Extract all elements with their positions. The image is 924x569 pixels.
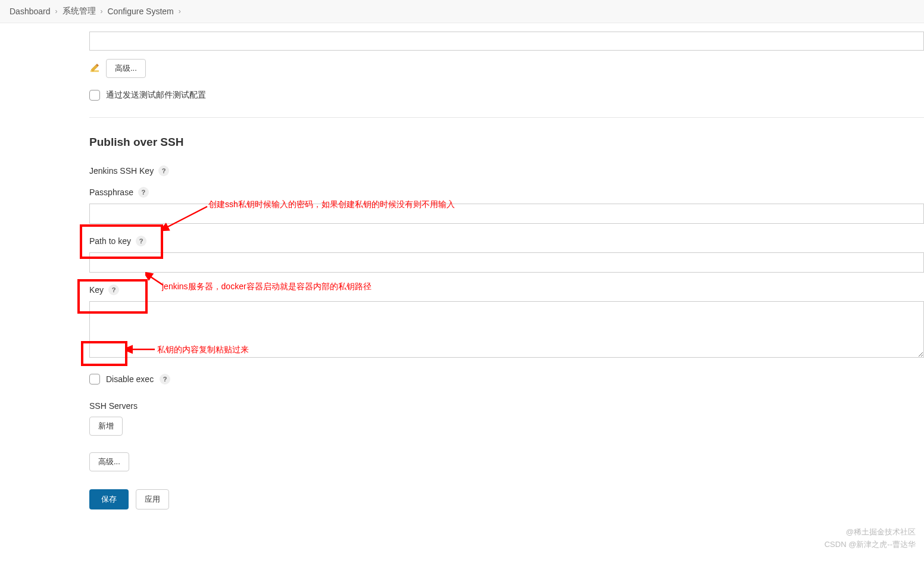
jenkins-ssh-key-label: Jenkins SSH Key [89, 166, 154, 176]
watermark: @稀土掘金技术社区 CSDN @新津之虎--曹达华 [825, 526, 916, 551]
breadcrumb-dashboard[interactable]: Dashboard [10, 7, 51, 16]
key-label: Key [89, 285, 104, 295]
annotation-passphrase: 创建ssh私钥时候输入的密码，如果创建私钥的时候没有则不用输入 [208, 199, 455, 210]
breadcrumb-configure-system[interactable]: Configure System [108, 7, 174, 16]
annotation-key: 私钥的内容复制粘贴过来 [157, 345, 249, 355]
path-to-key-input[interactable] [89, 252, 924, 273]
help-icon[interactable]: ? [108, 284, 119, 295]
test-email-label: 通过发送测试邮件测试配置 [106, 90, 206, 101]
breadcrumb: Dashboard › 系统管理 › Configure System › [0, 0, 924, 23]
annotation-path: jenkins服务器，docker容器启动就是容器内部的私钥路径 [162, 282, 372, 292]
help-icon[interactable]: ? [136, 236, 146, 246]
svg-line-2 [149, 276, 163, 285]
top-config-input[interactable] [89, 32, 924, 51]
chevron-right-icon: › [55, 7, 58, 15]
watermark-line2: CSDN @新津之虎--曹达华 [825, 539, 916, 551]
edit-icon [89, 63, 100, 74]
add-ssh-server-button[interactable]: 新增 [89, 417, 123, 436]
ssh-section-title: Publish over SSH [89, 136, 924, 149]
chevron-right-icon: › [101, 7, 103, 15]
save-button[interactable]: 保存 [89, 489, 129, 509]
breadcrumb-system-manage[interactable]: 系统管理 [63, 6, 96, 17]
test-email-checkbox[interactable] [89, 90, 100, 101]
disable-exec-checkbox[interactable] [89, 374, 100, 384]
disable-exec-label: Disable exec [106, 374, 154, 384]
help-icon[interactable]: ? [160, 374, 170, 384]
watermark-line1: @稀土掘金技术社区 [825, 526, 916, 539]
advanced-button-ssh[interactable]: 高级... [89, 452, 129, 471]
apply-button[interactable]: 应用 [136, 489, 169, 509]
advanced-button-top[interactable]: 高级... [106, 59, 146, 78]
help-icon[interactable]: ? [138, 187, 149, 198]
section-divider [89, 117, 924, 118]
path-to-key-label: Path to key [89, 236, 131, 246]
passphrase-label: Passphrase [89, 187, 133, 197]
ssh-servers-label: SSH Servers [89, 401, 138, 411]
chevron-right-icon: › [179, 7, 181, 15]
help-icon[interactable]: ? [158, 165, 169, 176]
